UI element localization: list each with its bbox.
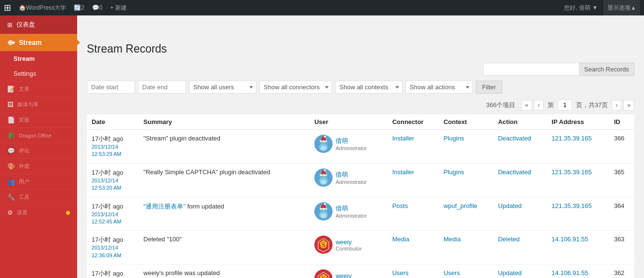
pages-icon: 📄 (7, 116, 15, 124)
admin-bar: ⊞ 🏠 WordPress大学 🔄 2 💬 0 + 新建 您好, 借萌 ▼ 显示… (0, 0, 644, 15)
summary-link[interactable]: "通用注册表单" (144, 203, 186, 210)
username[interactable]: 借萌 (335, 170, 367, 179)
connector-link[interactable]: Media (392, 236, 409, 243)
sidebar-item-comments[interactable]: 💬 评论 (0, 143, 77, 158)
comments-sidebar-icon: 💬 (7, 147, 15, 154)
sidebar-item-posts[interactable]: 📝 文章 (0, 81, 77, 97)
cell-id: 366 (609, 130, 634, 164)
cell-ip: 121.35.39.165 (547, 130, 609, 164)
dragon-label: Dragon Office (19, 133, 52, 139)
cell-summary: "通用注册表单" form updated (139, 197, 310, 231)
contexts-filter[interactable]: Show all contexts (335, 81, 402, 94)
sidebar-item-appearance[interactable]: 🎨 外观 (0, 158, 77, 174)
user-role: Administrator (335, 179, 367, 185)
date-ago: 17小时 ago (92, 236, 134, 244)
user-info: 借萌 Administrator (335, 204, 367, 219)
action-link[interactable]: Deactivated (498, 135, 531, 142)
cell-id: 363 (609, 231, 634, 264)
action-link[interactable]: Deactivated (498, 168, 531, 176)
users-filter[interactable]: Show all users (189, 81, 256, 94)
connectors-filter[interactable]: Show all connectors (259, 81, 332, 94)
sidebar-item-dashboard[interactable]: ⊞ 仪表盘 (0, 15, 77, 34)
sidebar-item-tools[interactable]: 🔧 工具 (0, 189, 77, 205)
media-label: 媒体与库 (17, 101, 39, 108)
connector-link[interactable]: Users (392, 269, 409, 277)
context-link[interactable]: Plugins (443, 135, 464, 142)
next-page-button[interactable]: › (612, 100, 621, 111)
svg-text:S: S (322, 241, 325, 249)
date-start-input[interactable] (87, 81, 135, 94)
sidebar-item-media[interactable]: 🖼 媒体与库 (0, 97, 77, 112)
first-page-button[interactable]: « (521, 100, 532, 111)
sidebar-item-users[interactable]: 👥 用户 (0, 174, 77, 189)
username[interactable]: 借萌 (335, 137, 367, 145)
users-select[interactable]: Show all users (193, 83, 252, 91)
actions-filter[interactable]: Show all actions (405, 81, 473, 94)
total-count: 366个项目 (486, 101, 515, 110)
table-body: 17小时 ago 2013/12/1412:53:29 AM "Stream" … (87, 130, 634, 278)
ip-link[interactable]: 121.35.39.165 (551, 168, 591, 176)
ip-link[interactable]: 14.106.91.55 (551, 269, 588, 277)
connector-link[interactable]: Posts (392, 202, 408, 209)
sidebar-item-settings[interactable]: ⚙ 设置 (0, 205, 77, 220)
date-end-input[interactable] (138, 81, 186, 94)
action-link[interactable]: Updated (498, 202, 522, 209)
svg-point-37 (322, 208, 323, 209)
ip-link[interactable]: 121.35.39.165 (551, 202, 591, 209)
username[interactable]: weeiy (335, 272, 362, 278)
col-connector: Connector (388, 114, 439, 130)
connector-link[interactable]: Installer (392, 168, 415, 176)
user-greeting[interactable]: 您好, 借萌 ▼ (560, 4, 602, 12)
search-input[interactable] (483, 63, 579, 76)
table-row: 17小时 ago 2013/12/1412:53:20 AM "Really S… (87, 163, 634, 197)
subitem-settings-label: Settings (13, 70, 36, 77)
summary-text: "Stream" plugin deactivated (144, 135, 221, 142)
dashboard-icon: ⊞ (7, 21, 13, 28)
context-link[interactable]: Users (443, 269, 460, 277)
ip-link[interactable]: 121.35.39.165 (551, 135, 591, 142)
cell-ip: 121.35.39.165 (547, 163, 609, 197)
username[interactable]: 借萌 (335, 204, 367, 213)
pagination-bar: 366个项目 « ‹ 第 页，共37页 › » (87, 99, 634, 111)
posts-icon: 📝 (7, 85, 15, 93)
connector-link[interactable]: Installer (392, 135, 415, 142)
subitem-stream-label: Stream (13, 55, 35, 62)
tools-label: 工具 (19, 194, 29, 201)
contexts-select[interactable]: Show all contexts (339, 83, 398, 91)
page-number-input[interactable] (558, 99, 572, 111)
screen-options-toggle[interactable]: 显示选项 ▲ (604, 0, 640, 15)
svg-point-9 (322, 140, 323, 141)
context-link[interactable]: Media (443, 236, 460, 243)
screen-options-label: 显示选项 (607, 4, 631, 12)
table-row: 17小时 ago 2013/12/1412:53:29 AM "Stream" … (87, 130, 634, 164)
sidebar-subitem-settings[interactable]: Settings (0, 66, 77, 81)
svg-point-41 (321, 213, 326, 218)
site-home[interactable]: 🏠 WordPress大学 (15, 0, 70, 15)
sidebar-item-dragon[interactable]: 🐉 Dragon Office (0, 127, 77, 143)
filter-button[interactable]: Filter (476, 81, 502, 94)
user-info: 借萌 Administrator (335, 137, 367, 151)
context-link[interactable]: Plugins (443, 168, 464, 176)
cell-action: Deactivated (493, 163, 547, 197)
svg-point-38 (325, 208, 326, 209)
wp-logo[interactable]: ⊞ (4, 2, 11, 13)
media-icon: 🖼 (7, 101, 13, 108)
comments-item[interactable]: 💬 0 (88, 0, 107, 15)
context-link[interactable]: wpuf_profile (443, 202, 477, 209)
cell-summary: "Stream" plugin deactivated (139, 130, 310, 164)
action-link[interactable]: Updated (498, 269, 522, 277)
sidebar-item-stream-active[interactable]: ⟴ Stream (0, 34, 77, 51)
search-button[interactable]: Search Records (579, 63, 634, 76)
prev-page-button[interactable]: ‹ (534, 100, 544, 111)
new-content-item[interactable]: + 新建 (107, 0, 131, 15)
updates-item[interactable]: 🔄 2 (70, 0, 88, 15)
ip-link[interactable]: 14.106.91.55 (551, 236, 588, 243)
action-link[interactable]: Deleted (498, 236, 520, 243)
summary-text: form updated (186, 203, 224, 210)
last-page-button[interactable]: » (623, 100, 634, 111)
actions-select[interactable]: Show all actions (410, 83, 469, 91)
username[interactable]: weeiy (335, 238, 362, 246)
connectors-select[interactable]: Show all connectors (264, 83, 328, 91)
sidebar-item-pages[interactable]: 📄 页面 (0, 112, 77, 127)
sidebar-subitem-stream[interactable]: Stream (0, 51, 77, 66)
